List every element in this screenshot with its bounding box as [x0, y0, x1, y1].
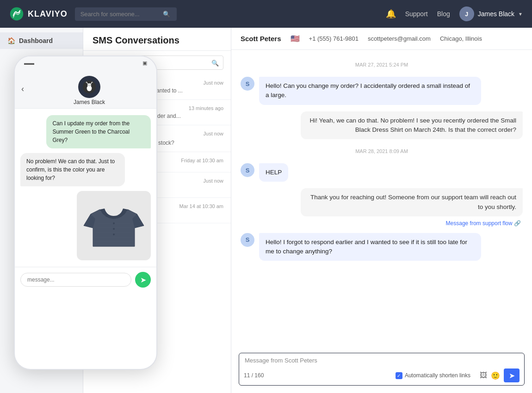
avatar: S — [241, 163, 254, 177]
auto-shorten-label: Automatically shorten links — [405, 372, 470, 379]
svg-point-12 — [88, 86, 90, 86]
blog-link[interactable]: Blog — [437, 10, 450, 18]
search-input[interactable] — [80, 11, 159, 18]
klaviyo-logo-icon — [9, 6, 24, 21]
sms-panel-title: SMS Conversations — [93, 35, 179, 45]
phone-compose-area: ➤ — [15, 267, 156, 292]
send-button[interactable]: ➤ — [504, 368, 520, 382]
svg-point-19 — [113, 228, 115, 230]
conv-time: Just now — [204, 178, 223, 184]
message-bubble-incoming: HELP — [259, 163, 288, 182]
message-row: S Hello! I forgot to respond earlier and… — [241, 233, 523, 261]
compose-actions: 🖼 🙂 ➤ — [480, 368, 520, 382]
chat-messages: MAR 27, 2021 5:24 PM S Hello! Can you ch… — [231, 50, 532, 348]
compose-count: 11 / 160 — [244, 372, 264, 379]
notification-bell-icon[interactable]: 🔔 — [386, 9, 396, 19]
phone-message-agent: No problem! We can do that. Just to conf… — [20, 153, 125, 186]
conv-time: Mar 14 at 10:30 am — [179, 203, 223, 209]
message-bubble-incoming: Hello! I forgot to respond earlier and I… — [259, 233, 481, 261]
user-menu[interactable]: J James Black ▼ — [459, 6, 523, 21]
compose-label: Message from Scott Peters — [239, 353, 524, 366]
phone-inner-nav: ‹ — [15, 69, 156, 109]
auto-shorten-option[interactable]: ✓ Automatically shorten links — [396, 372, 470, 379]
conv-time: Just now — [204, 131, 223, 138]
svg-point-18 — [113, 222, 115, 224]
avatar: J — [459, 6, 474, 21]
back-button[interactable]: ‹ — [21, 84, 24, 94]
message-row: S Hello! Can you change my order? I acci… — [241, 77, 523, 105]
phone-shirt-image — [77, 191, 151, 260]
chat-user-location: Chicago, Illinois — [440, 35, 482, 42]
phone-contact-avatar — [78, 76, 100, 98]
date-divider: MAR 28, 2021 8:09 AM — [241, 148, 523, 154]
message-bubble-outgoing: Hi! Yeah, we can do that. No problem! I … — [301, 111, 523, 140]
avatar: S — [241, 77, 254, 91]
svg-point-11 — [90, 85, 91, 86]
deer-icon — [83, 80, 96, 93]
flow-link[interactable]: Message from support flow 🔗 — [241, 220, 523, 227]
phone-send-button[interactable]: ➤ — [135, 272, 151, 288]
compose-area: Message from Scott Peters 11 / 160 ✓ Aut… — [239, 353, 525, 386]
message-row: S HELP — [241, 163, 523, 182]
image-attach-icon[interactable]: 🖼 — [480, 371, 487, 380]
nav-right: 🔔 Support Blog J James Black ▼ — [386, 6, 523, 21]
home-icon: 🏠 — [7, 37, 15, 44]
message-row: Thank you for reaching out! Someone from… — [241, 188, 523, 216]
global-search[interactable]: 🔍 — [75, 7, 177, 21]
search-icon: 🔍 — [163, 11, 170, 18]
flag-icon: 🇺🇸 — [291, 34, 300, 43]
logo: KLAVIYO — [9, 6, 68, 21]
chat-user-email: scottpeters@gmail.com — [368, 35, 431, 42]
message-bubble-outgoing: Thank you for reaching out! Someone from… — [301, 188, 523, 216]
sidebar-item-dashboard[interactable]: 🏠 Dashboard — [0, 32, 83, 49]
sidebar-item-label: Dashboard — [19, 37, 53, 44]
phone-status-right-icons: ▣ — [142, 60, 147, 66]
phone-contact-info: James Black — [29, 72, 150, 105]
chevron-down-icon: ▼ — [518, 12, 523, 17]
wifi-icon: ▬▬ — [24, 60, 34, 66]
chat-user-phone: +1 (555) 761-9801 — [309, 35, 359, 42]
message-bubble-incoming: Hello! Can you change my order? I accide… — [259, 77, 481, 105]
top-navigation: KLAVIYO 🔍 🔔 Support Blog J James Black ▼ — [0, 0, 532, 28]
phone-message-user: Can I update my order from the Summer Gr… — [46, 115, 151, 148]
svg-point-10 — [88, 85, 89, 86]
svg-point-20 — [113, 233, 115, 235]
compose-bottom: 11 / 160 ✓ Automatically shorten links 🖼… — [239, 366, 524, 385]
phone-contact-name: James Black — [74, 99, 105, 105]
auto-shorten-checkbox[interactable]: ✓ — [396, 372, 402, 379]
conv-time: Just now — [204, 80, 223, 86]
date-divider: MAR 27, 2021 5:24 PM — [241, 62, 523, 68]
chat-user-bar: Scott Peters 🇺🇸 +1 (555) 761-9801 scottp… — [231, 28, 532, 50]
logo-text: KLAVIYO — [28, 9, 68, 19]
search-icon: 🔍 — [211, 59, 219, 66]
battery-icon: ▣ — [142, 60, 147, 66]
avatar: S — [241, 233, 254, 247]
shirt-svg — [81, 196, 146, 256]
conv-time: 13 minutes ago — [189, 105, 223, 111]
phone-mockup: ▬▬ ▣ ‹ — [14, 55, 157, 370]
chat-user-name: Scott Peters — [241, 35, 281, 43]
phone-messages: Can I update my order from the Summer Gr… — [15, 109, 156, 267]
message-row: Hi! Yeah, we can do that. No problem! I … — [241, 111, 523, 140]
chat-panel: Scott Peters 🇺🇸 +1 (555) 761-9801 scottp… — [231, 28, 532, 393]
phone-message-input[interactable] — [20, 273, 131, 287]
sms-header: SMS Conversations — [83, 28, 231, 51]
phone-status-icons: ▬▬ — [24, 60, 34, 66]
emoji-icon[interactable]: 🙂 — [491, 371, 500, 380]
support-link[interactable]: Support — [405, 10, 428, 18]
conv-time: Friday at 10:30 am — [181, 158, 223, 165]
user-name: James Black — [478, 10, 514, 18]
phone-status-bar: ▬▬ ▣ — [15, 56, 156, 69]
